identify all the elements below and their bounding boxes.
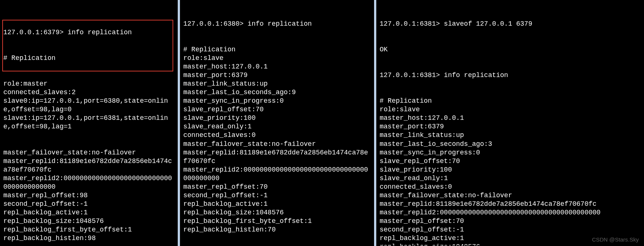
cmd-line: 127.0.0.1:6381> info replication <box>380 71 641 80</box>
prompt: 127.0.0.1:6381> <box>380 71 444 79</box>
replication-output: # Replication role:slave master_host:127… <box>183 45 371 234</box>
replication-block-boxed: role:master connected_slaves:2 slave0:ip… <box>3 80 174 131</box>
cmd-line: 127.0.0.1:6381> slaveof 127.0.0.1 6379 <box>380 20 641 28</box>
ok-response: OK <box>380 45 641 54</box>
terminal-pane-6379[interactable]: 127.0.0.1:6379> info replication # Repli… <box>0 0 178 246</box>
command-text: info replication <box>248 20 312 28</box>
cmd-line: 127.0.0.1:6379> info replication <box>3 28 174 37</box>
command-text: slaveof 127.0.0.1 6379 <box>444 20 532 28</box>
section-header: # Replication <box>3 54 174 63</box>
prompt: 127.0.0.1:6379> <box>3 29 68 36</box>
highlight-box <box>2 20 173 71</box>
prompt: 127.0.0.1:6380> <box>183 20 248 28</box>
replication-block-rest: master_failover_state:no-failover master… <box>3 148 174 243</box>
terminal-pane-6380[interactable]: 127.0.0.1:6380> info replication # Repli… <box>180 0 374 246</box>
cmd-line: 127.0.0.1:6380> info replication <box>183 20 371 28</box>
prompt: 127.0.0.1:6381> <box>380 20 444 28</box>
replication-output: # Replication role:slave master_host:127… <box>380 97 641 246</box>
terminal-row: 127.0.0.1:6379> info replication # Repli… <box>0 0 644 246</box>
command-text: info replication <box>68 29 132 36</box>
command-text: info replication <box>444 71 508 79</box>
terminal-pane-6381[interactable]: 127.0.0.1:6381> slaveof 127.0.0.1 6379 O… <box>376 0 644 246</box>
